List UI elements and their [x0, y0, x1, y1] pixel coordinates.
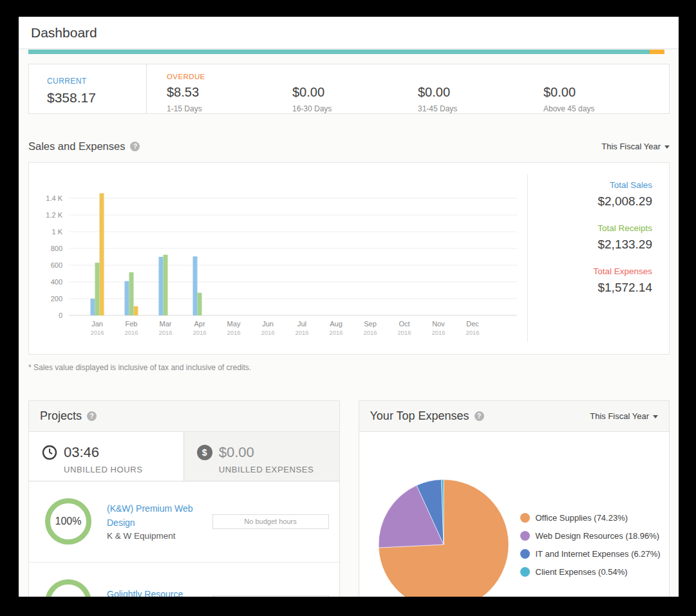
svg-text:1.2 K: 1.2 K [46, 211, 62, 219]
svg-text:Mar: Mar [160, 320, 172, 328]
tab-top: $ $0.00 [197, 444, 339, 461]
current-progress-segment [28, 50, 650, 54]
total-sales-value: $2,008.29 [528, 194, 652, 209]
bar-chart: 02004006008001 K1.2 K1.4 KJan2016Feb2016… [29, 163, 527, 354]
project-row-1: 100% (K&W) Premium Web Design K & W Equi… [29, 481, 339, 563]
projects-tabs: 03:46 UNBILLED HOURS $ $0.00 UNBILLED EX… [29, 432, 339, 481]
total-expenses: Total Expenses $1,572.14 [528, 266, 652, 295]
help-icon[interactable]: ? [130, 142, 140, 151]
current-receivables: CURRENT $358.17 [29, 64, 147, 113]
bucket-amount: $0.00 [292, 85, 418, 100]
svg-text:Jan: Jan [91, 320, 103, 328]
overdue-label: OVERDUE [167, 73, 669, 80]
clock-icon [42, 445, 57, 460]
unbilled-hours-value: 03:46 [64, 444, 99, 461]
total-receipts: Total Receipts $2,133.29 [528, 223, 652, 252]
svg-text:Feb: Feb [126, 320, 138, 328]
help-icon[interactable]: ? [87, 411, 97, 421]
total-expenses-label: Total Expenses [528, 266, 652, 276]
project-name-link[interactable]: Golightly Resource Opportunity [107, 588, 205, 597]
page-title: Dashboard [31, 25, 666, 41]
svg-text:600: 600 [51, 261, 62, 269]
dashboard-page: Dashboard CURRENT $358.17 OVERDUE $8.53 … [19, 17, 679, 597]
svg-text:2016: 2016 [363, 329, 377, 336]
dollar-icon: $ [197, 445, 212, 460]
svg-text:Oct: Oct [399, 320, 409, 328]
svg-text:2016: 2016 [158, 329, 172, 336]
bucket-amount: $8.53 [167, 85, 292, 100]
overdue-receivables: OVERDUE $8.53 1-15 Days $0.00 16-30 Days… [147, 64, 669, 113]
top-expenses-body: Office Supplies (74.23%) Web Design Reso… [359, 432, 670, 597]
pie-chart-svg [373, 474, 514, 597]
sales-expenses-header: Sales and Expenses ? This Fiscal Year [28, 140, 670, 153]
current-amount: $358.17 [47, 90, 146, 106]
legend-dot-it-internet [520, 549, 530, 559]
bar-chart-svg: 02004006008001 K1.2 K1.4 KJan2016Feb2016… [29, 163, 527, 354]
sales-footnote: * Sales value displayed is inclusive of … [28, 363, 670, 372]
svg-text:2016: 2016 [90, 329, 104, 336]
total-expenses-value: $1,572.14 [528, 281, 652, 295]
fiscal-year-dropdown[interactable]: This Fiscal Year [590, 411, 658, 421]
legend-item: Office Supplies (74.23%) [520, 513, 661, 523]
svg-text:800: 800 [51, 245, 62, 252]
overdue-buckets: $8.53 1-15 Days $0.00 16-30 Days $0.00 3… [167, 85, 669, 113]
sales-expenses-chart-card: 02004006008001 K1.2 K1.4 KJan2016Feb2016… [28, 162, 670, 355]
project-info: Golightly Resource Opportunity [107, 588, 205, 597]
fiscal-year-label: This Fiscal Year [601, 142, 661, 151]
svg-text:0: 0 [59, 312, 62, 319]
total-sales: Total Sales $2,008.29 [528, 180, 652, 209]
sales-expenses-title: Sales and Expenses [28, 140, 125, 153]
legend-item: Web Design Resources (18.96%) [520, 531, 661, 541]
svg-text:Jul: Jul [297, 320, 306, 328]
current-label: CURRENT [47, 77, 146, 86]
tab-top: 03:46 [42, 444, 183, 461]
help-icon[interactable]: ? [475, 411, 484, 421]
total-sales-label: Total Sales [528, 180, 652, 190]
top-expenses-title: Your Top Expenses [370, 409, 469, 423]
svg-text:Apr: Apr [194, 320, 205, 328]
receivables-card: CURRENT $358.17 OVERDUE $8.53 1-15 Days … [28, 64, 670, 114]
chevron-down-icon [653, 415, 658, 418]
svg-text:2016: 2016 [397, 329, 411, 336]
tab-unbilled-expenses[interactable]: $ $0.00 UNBILLED EXPENSES [184, 432, 339, 481]
tab-unbilled-hours[interactable]: 03:46 UNBILLED HOURS [29, 432, 184, 481]
svg-text:400: 400 [51, 278, 62, 286]
overdue-bucket-4: $0.00 Above 45 days [543, 85, 669, 113]
svg-text:1.4 K: 1.4 K [46, 194, 62, 202]
svg-text:Dec: Dec [466, 320, 479, 328]
svg-text:1 K: 1 K [52, 228, 62, 236]
svg-text:Aug: Aug [330, 320, 343, 328]
page-content: CURRENT $358.17 OVERDUE $8.53 1-15 Days … [19, 50, 679, 597]
top-expenses-header: Your Top Expenses ? This Fiscal Year [359, 401, 670, 432]
svg-text:2016: 2016 [466, 329, 479, 336]
unbilled-expenses-label: UNBILLED EXPENSES [219, 465, 339, 474]
project-row-2: 100% Golightly Resource Opportunity [29, 563, 339, 597]
overdue-bucket-2: $0.00 16-30 Days [292, 85, 418, 113]
projects-panel-header: Projects ? [29, 401, 339, 432]
legend-item: Client Expenses (0.54%) [520, 567, 661, 577]
project-progress-ring: 100% [45, 579, 91, 597]
projects-panel: Projects ? 03:46 UNBILLED HO [28, 400, 340, 597]
svg-text:200: 200 [51, 295, 62, 303]
budget-note-box [212, 595, 329, 597]
project-name-link[interactable]: (K&W) Premium Web Design [107, 502, 205, 530]
svg-text:Sep: Sep [364, 320, 377, 328]
legend-label: Office Supplies (74.23%) [536, 513, 628, 523]
legend-label: Web Design Resources (18.96%) [536, 531, 660, 541]
bucket-period: 31-45 Days [418, 104, 543, 113]
budget-note-box: No budget hours [212, 514, 329, 529]
overdue-progress-segment [650, 50, 664, 54]
bucket-period: 1-15 Days [167, 104, 292, 113]
total-receipts-value: $2,133.29 [528, 238, 652, 252]
legend-dot-office-supplies [520, 513, 530, 523]
page-header: Dashboard [19, 17, 679, 49]
project-info: (K&W) Premium Web Design K & W Equipment [107, 502, 205, 541]
unbilled-expenses-value: $0.00 [219, 444, 254, 461]
bucket-amount: $0.00 [418, 85, 543, 100]
bucket-amount: $0.00 [543, 85, 669, 100]
fiscal-year-dropdown[interactable]: This Fiscal Year [601, 142, 670, 151]
bottom-panels: Projects ? 03:46 UNBILLED HO [28, 400, 670, 597]
fiscal-year-label: This Fiscal Year [590, 411, 649, 421]
project-progress-ring: 100% [45, 498, 91, 545]
projects-title: Projects [40, 409, 82, 423]
